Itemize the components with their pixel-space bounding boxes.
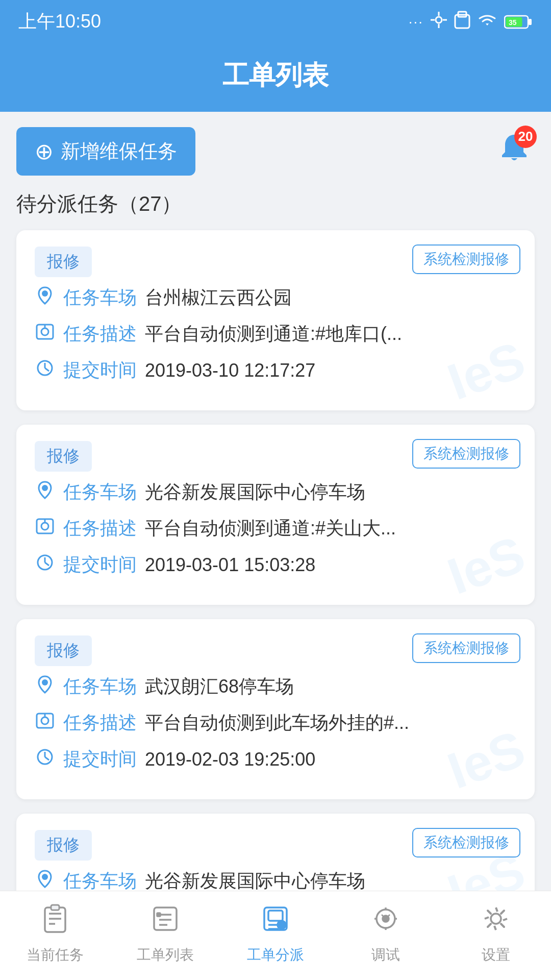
desc-value-0: 平台自动侦测到通道:#地库口(... bbox=[145, 322, 402, 347]
plus-icon: ⊕ bbox=[35, 138, 54, 164]
add-task-label: 新增维保任务 bbox=[61, 138, 177, 164]
add-task-button[interactable]: ⊕ 新增维保任务 bbox=[16, 127, 195, 176]
card-row-time-0: 提交时间 2019-03-10 12:17:27 bbox=[35, 358, 516, 383]
card-row-location-0: 任务车场 台州椒江云西公园 bbox=[35, 285, 516, 310]
card-row-desc-0: 任务描述 平台自动侦测到通道:#地库口(... bbox=[35, 322, 516, 347]
task-card[interactable]: 报修 系统检测报修 任务车场 台州椒江云西公园 任务描述 平台自动侦测到通道 bbox=[16, 230, 535, 410]
desc-label-1: 任务描述 bbox=[63, 516, 137, 541]
time-label-1: 提交时间 bbox=[63, 552, 137, 577]
system-badge-3: 系统检测报修 bbox=[412, 828, 520, 857]
svg-line-24 bbox=[45, 562, 49, 566]
desc-label-2: 任务描述 bbox=[63, 710, 137, 736]
status-time: 上午10:50 bbox=[18, 9, 101, 34]
location-value-0: 台州椒江云西公园 bbox=[145, 285, 292, 310]
location-icon-0 bbox=[35, 285, 55, 310]
svg-point-32 bbox=[42, 874, 48, 880]
main-content: ⊕ 新增维保任务 20 待分派任务（27） 报修 系统检测报修 bbox=[0, 112, 551, 980]
task-card[interactable]: 报修 系统检测报修 任务车场 光谷新发展国际中心停车场 任务描述 平台自动侦 bbox=[16, 425, 535, 605]
nav-label-task-dispatch: 工单分派 bbox=[247, 945, 304, 965]
desc-icon-1 bbox=[35, 516, 55, 541]
time-value-0: 2019-03-10 12:17:27 bbox=[145, 360, 315, 381]
time-icon-2 bbox=[35, 747, 55, 772]
card-row-desc-1: 任务描述 平台自动侦测到通道:#关山大... bbox=[35, 516, 516, 541]
task-card[interactable]: 报修 系统检测报修 任务车场 武汉朗汇68停车场 任务描述 平台自动侦测到此 bbox=[16, 619, 535, 799]
location-label-0: 任务车场 bbox=[63, 285, 137, 310]
status-icons: ··· bbox=[409, 11, 533, 33]
card-tag-0: 报修 bbox=[35, 247, 92, 277]
svg-text:35: 35 bbox=[509, 18, 517, 27]
desc-value-1: 平台自动侦测到通道:#关山大... bbox=[145, 516, 396, 541]
nav-label-current-task: 当前任务 bbox=[27, 945, 84, 965]
svg-rect-38 bbox=[154, 908, 177, 930]
notification-badge: 20 bbox=[514, 126, 537, 148]
location-icon-3 bbox=[35, 869, 55, 894]
task-dispatch-icon: ! bbox=[260, 903, 291, 940]
svg-rect-33 bbox=[45, 908, 65, 932]
svg-point-13 bbox=[41, 328, 48, 335]
time-label-0: 提交时间 bbox=[63, 358, 137, 383]
battery-container: 35 bbox=[504, 14, 533, 30]
system-badge-0: 系统检测报修 bbox=[412, 244, 520, 274]
svg-rect-42 bbox=[157, 913, 160, 916]
svg-point-55 bbox=[491, 914, 501, 924]
debug-icon bbox=[370, 903, 401, 940]
desc-label-0: 任务描述 bbox=[63, 322, 137, 347]
card-row-location-1: 任务车场 光谷新发展国际中心停车场 bbox=[35, 480, 516, 505]
time-label-2: 提交时间 bbox=[63, 747, 137, 772]
svg-line-31 bbox=[45, 757, 49, 760]
desc-icon-2 bbox=[35, 710, 55, 736]
svg-point-11 bbox=[42, 290, 48, 297]
svg-point-18 bbox=[42, 485, 48, 491]
nav-label-settings: 设置 bbox=[482, 945, 510, 965]
location-icon-2 bbox=[35, 674, 55, 699]
status-bar: 上午10:50 ··· bbox=[0, 0, 551, 43]
nav-item-settings[interactable]: 设置 bbox=[441, 903, 551, 965]
location-icon-1 bbox=[35, 480, 55, 505]
nav-item-debug[interactable]: 调试 bbox=[331, 903, 441, 965]
nav-item-task-list[interactable]: 工单列表 bbox=[110, 903, 220, 965]
card-tag-3: 报修 bbox=[35, 830, 92, 861]
card-row-location-2: 任务车场 武汉朗汇68停车场 bbox=[35, 674, 516, 699]
desc-icon-0 bbox=[35, 322, 55, 347]
wifi-icon bbox=[478, 12, 497, 31]
page-header: 工单列表 bbox=[0, 43, 551, 112]
desc-value-2: 平台自动侦测到此车场外挂的#... bbox=[145, 710, 409, 736]
settings-icon bbox=[481, 903, 511, 940]
svg-point-27 bbox=[41, 717, 48, 724]
svg-rect-37 bbox=[51, 905, 59, 910]
time-value-1: 2019-03-01 15:03:28 bbox=[145, 554, 315, 576]
time-icon-1 bbox=[35, 552, 55, 577]
location-value-1: 光谷新发展国际中心停车场 bbox=[145, 480, 365, 505]
section-title: 待分派任务（27） bbox=[16, 190, 535, 218]
location-label-1: 任务车场 bbox=[63, 480, 137, 505]
svg-text:!: ! bbox=[280, 921, 282, 929]
svg-point-25 bbox=[42, 679, 48, 685]
current-task-icon bbox=[40, 903, 70, 940]
nav-label-task-list: 工单列表 bbox=[137, 945, 194, 965]
svg-line-17 bbox=[45, 368, 49, 371]
location-label-3: 任务车场 bbox=[63, 869, 137, 894]
time-icon-0 bbox=[35, 358, 55, 383]
sim-icon bbox=[454, 11, 470, 33]
card-tag-1: 报修 bbox=[35, 441, 92, 472]
nav-label-debug: 调试 bbox=[371, 945, 400, 965]
card-row-desc-2: 任务描述 平台自动侦测到此车场外挂的#... bbox=[35, 710, 516, 736]
system-badge-1: 系统检测报修 bbox=[412, 439, 520, 469]
location-value-3: 光谷新发展国际中心停车场 bbox=[145, 869, 365, 894]
nav-item-current-task[interactable]: 当前任务 bbox=[0, 903, 110, 965]
card-row-time-1: 提交时间 2019-03-01 15:03:28 bbox=[35, 552, 516, 577]
signal-dots-icon: ··· bbox=[409, 14, 423, 30]
svg-rect-9 bbox=[529, 19, 532, 25]
card-row-time-2: 提交时间 2019-02-03 19:25:00 bbox=[35, 747, 516, 772]
page-title: 工单列表 bbox=[0, 58, 551, 93]
nav-item-task-dispatch[interactable]: ! 工单分派 bbox=[220, 903, 331, 965]
svg-point-20 bbox=[41, 523, 48, 530]
action-bar: ⊕ 新增维保任务 20 bbox=[16, 127, 535, 176]
gps-icon bbox=[431, 12, 447, 32]
task-list-icon bbox=[150, 903, 181, 940]
card-row-location-3: 任务车场 光谷新发展国际中心停车场 bbox=[35, 869, 516, 894]
card-tag-2: 报修 bbox=[35, 635, 92, 666]
system-badge-2: 系统检测报修 bbox=[412, 633, 520, 663]
bottom-navigation: 当前任务 工单列表 ! 工单分派 bbox=[0, 891, 551, 980]
svg-point-0 bbox=[436, 17, 442, 23]
